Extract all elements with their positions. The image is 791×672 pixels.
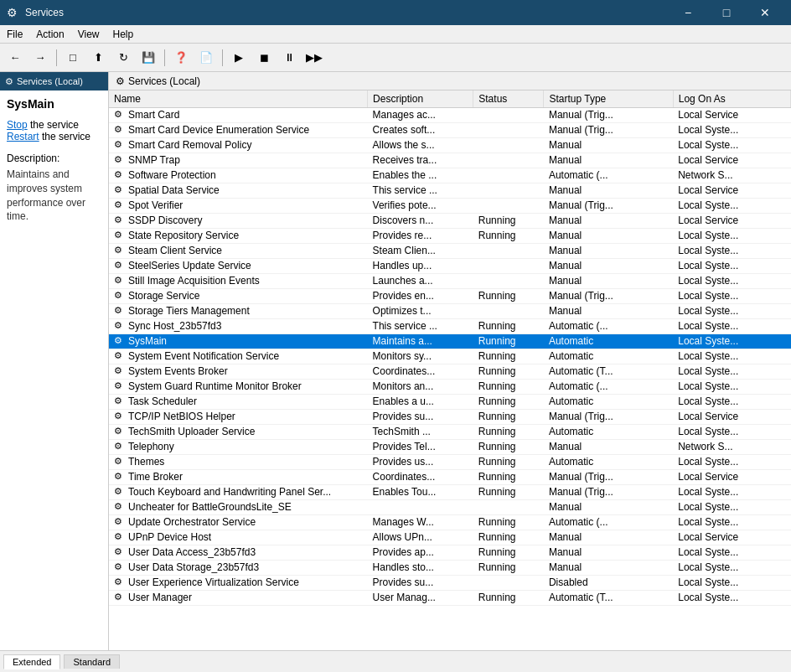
table-row[interactable]: ⚙Still Image Acquisition EventsLaunches … [109,273,791,288]
table-row[interactable]: ⚙User Data Storage_23b57fd3Handles sto..… [109,560,791,575]
service-desc-cell: Enables a u... [368,394,473,409]
service-name-cell: ⚙SysMain [109,333,368,349]
left-panel-header: ⚙ Services (Local) [0,72,108,90]
table-row[interactable]: ⚙Spot VerifierVerifies pote...Manual (Tr… [109,198,791,213]
forward-button[interactable]: → [28,47,52,69]
service-desc-cell: Provides su... [368,575,473,590]
properties-button[interactable]: 📄 [194,47,218,69]
table-row[interactable]: ⚙TechSmith Uploader ServiceTechSmith ...… [109,424,791,439]
service-desc-cell: Enables Tou... [368,484,473,499]
service-desc-cell: Coordinates... [368,469,473,484]
service-startup-cell: Automatic (... [544,379,673,394]
table-row[interactable]: ⚙TCP/IP NetBIOS HelperProvides su...Runn… [109,409,791,424]
tab-extended[interactable]: Extended [3,654,60,669]
pause-button[interactable]: ⏸ [277,47,301,69]
table-row[interactable]: ⚙Task SchedulerEnables a u...RunningAuto… [109,394,791,409]
table-row[interactable]: ⚙Smart Card Removal PolicyAllows the s..… [109,137,791,152]
table-row[interactable]: ⚙Time BrokerCoordinates...RunningManual … [109,469,791,484]
show-hide-button[interactable]: □ [61,47,85,69]
table-row[interactable]: ⚙Smart Card Device Enumeration ServiceCr… [109,122,791,137]
service-logon-cell: Local Syste... [673,137,790,152]
table-row[interactable]: ⚙Steam Client ServiceSteam Clien...Manua… [109,243,791,258]
table-row[interactable]: ⚙Software ProtectionEnables the ...Autom… [109,168,791,183]
col-header-description[interactable]: Description [368,90,473,107]
table-row[interactable]: ⚙User Experience Virtualization ServiceP… [109,575,791,590]
stop-link[interactable]: Stop [7,119,28,131]
service-startup-cell: Manual [544,183,673,198]
service-name-cell: ⚙SteelSeries Update Service [109,258,368,273]
table-row[interactable]: ⚙Spatial Data ServiceThis service ...Man… [109,183,791,198]
refresh-button[interactable]: ↻ [111,47,135,69]
table-row[interactable]: ⚙TelephonyProvides Tel...RunningManualNe… [109,439,791,454]
service-logon-cell: Local Syste... [673,424,790,439]
right-panel-icon: ⚙ [116,75,125,87]
table-row[interactable]: ⚙System Guard Runtime Monitor BrokerMoni… [109,379,791,394]
menu-view[interactable]: View [71,25,106,44]
table-row[interactable]: ⚙SSDP DiscoveryDiscovers n...RunningManu… [109,213,791,228]
service-status-cell [473,303,544,318]
table-row[interactable]: ⚙SNMP TrapReceives tra...ManualLocal Ser… [109,152,791,168]
service-name-cell: ⚙User Data Access_23b57fd3 [109,545,368,560]
service-logon-cell: Network S... [673,439,790,454]
service-startup-cell: Manual (Trig... [544,198,673,213]
service-status-cell [473,107,544,122]
up-button[interactable]: ⬆ [86,47,110,69]
tab-standard[interactable]: Standard [64,654,120,669]
table-row[interactable]: ⚙User Data Access_23b57fd3Provides ap...… [109,545,791,560]
stop-button[interactable]: ◼ [252,47,276,69]
table-row[interactable]: ⚙Storage ServiceProvides en...RunningMan… [109,288,791,303]
table-row[interactable]: ⚙SteelSeries Update ServiceHandles up...… [109,258,791,273]
table-row[interactable]: ⚙State Repository ServiceProvides re...R… [109,228,791,243]
col-header-startup[interactable]: Startup Type [544,90,673,107]
table-row[interactable]: ⚙System Events BrokerCoordinates...Runni… [109,364,791,379]
service-status-cell: Running [473,514,544,530]
service-status-cell: Running [473,349,544,364]
service-startup-cell: Automatic (T... [544,364,673,379]
service-desc-cell: Manages ac... [368,107,473,122]
menu-help[interactable]: Help [106,25,141,44]
right-panel-header: ⚙ Services (Local) [109,72,791,90]
play-button[interactable]: ▶ [227,47,251,69]
service-status-cell: Running [473,379,544,394]
service-status-cell: Running [473,439,544,454]
service-startup-cell: Manual [544,243,673,258]
service-desc-cell: Provides ap... [368,545,473,560]
left-panel-title: Services (Local) [17,76,83,86]
table-row[interactable]: ⚙Update Orchestrator ServiceManages W...… [109,514,791,530]
close-button[interactable]: ✕ [746,0,784,25]
table-row[interactable]: ⚙Smart CardManages ac...Manual (Trig...L… [109,107,791,122]
table-row[interactable]: ⚙System Event Notification ServiceMonito… [109,349,791,364]
table-row[interactable]: ⚙Uncheater for BattleGroundsLite_SEManua… [109,499,791,514]
export-button[interactable]: 💾 [137,47,160,69]
minimize-button[interactable]: − [669,0,707,25]
col-header-logon[interactable]: Log On As [673,90,790,107]
service-name-cell: ⚙Task Scheduler [109,394,368,409]
service-status-cell [473,152,544,168]
table-row[interactable]: ⚙Touch Keyboard and Handwriting Panel Se… [109,484,791,499]
service-logon-cell: Local Syste... [673,349,790,364]
col-header-status[interactable]: Status [473,90,544,107]
back-button[interactable]: ← [3,47,27,69]
table-row[interactable]: ⚙User ManagerUser Manag...RunningAutomat… [109,590,791,605]
services-table-container[interactable]: Name Description Status Startup Type Log… [109,90,791,650]
restart-link[interactable]: Restart [7,131,39,142]
service-status-cell [473,122,544,137]
table-row[interactable]: ⚙SysMainMaintains a...RunningAutomaticLo… [109,333,791,349]
menu-action[interactable]: Action [29,25,70,44]
table-row[interactable]: ⚙UPnP Device HostAllows UPn...RunningMan… [109,530,791,545]
service-name-cell: ⚙TCP/IP NetBIOS Helper [109,409,368,424]
service-logon-cell: Network S... [673,168,790,183]
window-controls: − □ ✕ [669,0,784,25]
col-header-name[interactable]: Name [109,90,368,107]
service-startup-cell: Manual (Trig... [544,288,673,303]
menu-file[interactable]: File [0,25,29,44]
service-startup-cell: Manual (Trig... [544,484,673,499]
service-status-cell [473,243,544,258]
table-row[interactable]: ⚙Sync Host_23b57fd3This service ...Runni… [109,318,791,333]
table-row[interactable]: ⚙Storage Tiers ManagementOptimizes t...M… [109,303,791,318]
service-logon-cell: Local Service [673,213,790,228]
help-button[interactable]: ❓ [169,47,193,69]
record-button[interactable]: ▶▶ [302,47,326,69]
maximize-button[interactable]: □ [707,0,746,25]
table-row[interactable]: ⚙ThemesProvides us...RunningAutomaticLoc… [109,454,791,469]
